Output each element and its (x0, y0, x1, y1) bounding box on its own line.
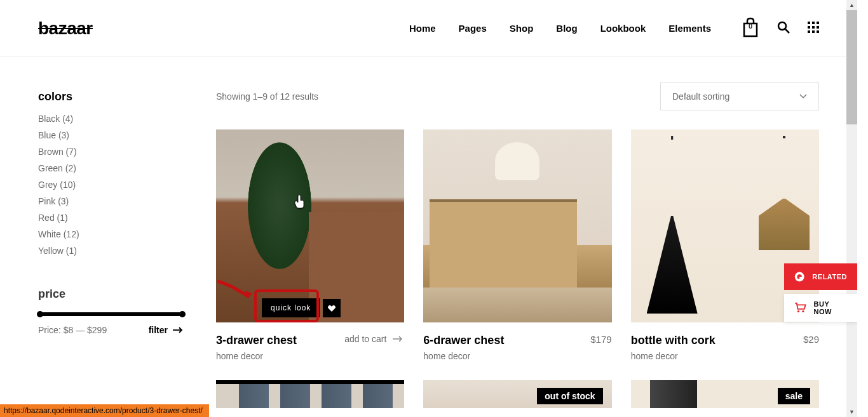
svg-rect-9 (812, 30, 815, 33)
buy-now-tab[interactable]: BUY NOW (784, 294, 857, 322)
nav-home[interactable]: Home (409, 23, 436, 34)
search-icon[interactable] (777, 21, 790, 36)
product-title-1[interactable]: 3-drawer chest (216, 334, 297, 347)
price-range-label: Price: $8 — $299 (38, 325, 107, 335)
nav-elements[interactable]: Elements (668, 23, 711, 34)
product-category-3[interactable]: home decor (631, 351, 715, 361)
svg-rect-4 (817, 22, 819, 24)
svg-rect-16 (799, 277, 803, 279)
price-filter-section: price Price: $8 — $299 filter (38, 288, 184, 335)
svg-line-1 (785, 29, 789, 33)
svg-marker-12 (245, 291, 252, 297)
nav-lookbook[interactable]: Lookbook (600, 23, 646, 34)
color-yellow[interactable]: Yellow (1) (38, 246, 184, 256)
svg-rect-5 (808, 26, 810, 29)
wishlist-button[interactable] (323, 299, 341, 317)
quick-look-button[interactable]: quick look (262, 298, 320, 317)
sale-badge: sale (778, 388, 810, 404)
cart-icon[interactable]: 0 (742, 17, 759, 40)
product-price-2: $179 (590, 334, 611, 345)
color-brown[interactable]: Brown (7) (38, 147, 184, 157)
color-red[interactable]: Red (1) (38, 213, 184, 223)
logo[interactable]: bazaar (38, 18, 93, 39)
sidebar: colors Black (4) Blue (3) Brown (7) Gree… (38, 83, 184, 408)
product-title-2[interactable]: 6-drawer chest (423, 334, 504, 347)
nav-pages[interactable]: Pages (459, 23, 487, 34)
product-image-4[interactable] (216, 380, 404, 408)
sort-select[interactable]: Default sorting (660, 83, 819, 110)
main-nav: Home Pages Shop Blog Lookbook Elements (409, 23, 711, 34)
product-5: out of stock (423, 380, 611, 408)
arrow-right-icon (173, 327, 184, 333)
product-image-6[interactable]: sale (631, 380, 819, 408)
header: bazaar Home Pages Shop Blog Lookbook Ele… (0, 0, 857, 57)
related-tab[interactable]: RELATED (784, 263, 857, 290)
colors-heading: colors (38, 90, 184, 103)
cursor-hand-icon (294, 195, 305, 209)
product-grid: quick look (216, 129, 819, 408)
annotation-arrow (216, 278, 259, 303)
floating-tabs: RELATED BUY NOW (784, 263, 857, 322)
main-content: colors Black (4) Blue (3) Brown (7) Gree… (0, 57, 857, 408)
product-3: bottle with cork home decor $29 (631, 129, 819, 361)
color-green[interactable]: Green (2) (38, 163, 184, 173)
product-price-3: $29 (803, 334, 819, 345)
product-6: sale (631, 380, 819, 408)
product-1: quick look (216, 129, 404, 361)
grid-menu-icon[interactable] (808, 22, 819, 36)
product-2: 6-drawer chest home decor $179 (423, 129, 611, 361)
product-area: Showing 1–9 of 12 results Default sortin… (216, 83, 819, 408)
color-grey[interactable]: Grey (10) (38, 180, 184, 190)
product-image-1[interactable]: quick look (216, 129, 404, 322)
out-of-stock-badge: out of stock (537, 388, 602, 404)
svg-point-17 (797, 310, 799, 312)
product-category-2[interactable]: home decor (423, 351, 504, 361)
heart-icon (327, 305, 336, 312)
svg-point-0 (778, 22, 786, 30)
scrollbar-down-arrow[interactable]: ▼ (846, 407, 857, 417)
color-blue[interactable]: Blue (3) (38, 130, 184, 140)
results-count: Showing 1–9 of 12 results (216, 91, 318, 102)
chevron-down-icon (799, 94, 807, 99)
scrollbar-up-arrow[interactable]: ▲ (846, 0, 857, 10)
cart-count: 0 (749, 22, 752, 30)
svg-rect-2 (808, 22, 810, 24)
cart-red-icon (794, 302, 806, 314)
svg-rect-6 (812, 26, 815, 29)
svg-rect-10 (817, 30, 819, 33)
color-white[interactable]: White (12) (38, 229, 184, 239)
price-heading: price (38, 288, 184, 301)
price-slider[interactable] (38, 312, 184, 316)
svg-rect-3 (812, 22, 815, 24)
svg-rect-8 (808, 30, 810, 33)
product-category-1[interactable]: home decor (216, 351, 297, 361)
filter-button[interactable]: filter (149, 325, 184, 335)
status-bar-url: https://bazaar.qodeinteractive.com/produ… (0, 404, 209, 417)
scrollbar-thumb[interactable] (846, 10, 857, 124)
nav-blog[interactable]: Blog (556, 23, 577, 34)
color-black[interactable]: Black (4) (38, 114, 184, 124)
nav-shop[interactable]: Shop (510, 23, 534, 34)
product-image-5[interactable]: out of stock (423, 380, 611, 408)
product-image-2[interactable] (423, 129, 611, 322)
product-title-3[interactable]: bottle with cork (631, 334, 715, 347)
svg-point-18 (802, 310, 804, 312)
svg-rect-7 (817, 26, 819, 29)
qode-icon (794, 270, 804, 284)
header-icons: 0 (742, 17, 819, 40)
color-pink[interactable]: Pink (3) (38, 196, 184, 206)
product-4 (216, 380, 404, 408)
arrow-right-icon (393, 336, 404, 342)
add-to-cart-1[interactable]: add to cart (344, 334, 404, 344)
